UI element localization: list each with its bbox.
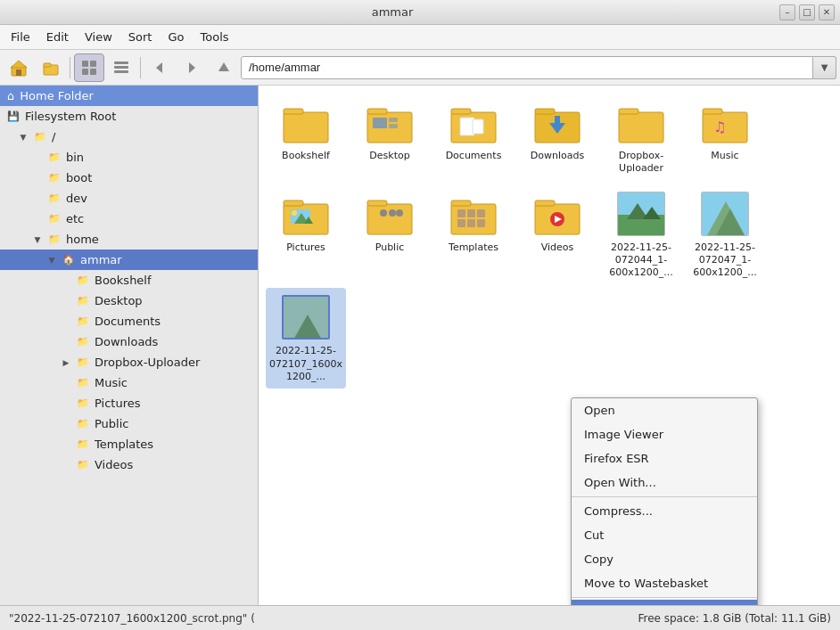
ctx-move-wastebasket[interactable]: Move to Wastebasket [572, 571, 757, 595]
svg-rect-33 [703, 109, 722, 114]
img2-icon [701, 190, 749, 238]
icon-view-button[interactable] [74, 53, 104, 82]
ctx-copy[interactable]: Copy [572, 547, 757, 571]
file-item-templates[interactable]: Templates [433, 184, 514, 285]
ctx-open-with[interactable]: Open With... [572, 470, 757, 495]
sidebar-tree-bin[interactable]: 📁 bin [0, 147, 258, 168]
desktop-label: Desktop [369, 150, 409, 162]
sidebar-tree-documents[interactable]: 📁 Documents [0, 311, 258, 331]
sidebar-tree-pictures[interactable]: 📁 Pictures [0, 393, 258, 413]
svg-rect-6 [90, 61, 96, 67]
file-item-downloads[interactable]: Downloads [517, 93, 597, 181]
ctx-copy-paths[interactable]: Copy Path(s) [572, 600, 757, 605]
ctx-firefox[interactable]: Firefox ESR [572, 446, 757, 470]
sidebar-tree-dev[interactable]: 📁 dev [0, 188, 258, 209]
expand-root-arrow: ▼ [18, 132, 29, 143]
ctx-compress[interactable]: Compress... [572, 499, 757, 523]
sidebar-item-filesystem[interactable]: 💾 Filesystem Root [0, 106, 258, 127]
menu-item-sort[interactable]: Sort [121, 28, 160, 46]
sidebar-tree-bookshelf[interactable]: 📁 Bookshelf [0, 270, 258, 290]
file-item-desktop[interactable]: Desktop [350, 93, 430, 181]
svg-rect-48 [457, 209, 465, 217]
img1-icon [617, 190, 665, 238]
forward-button[interactable] [177, 53, 207, 82]
file-item-pictures[interactable]: Pictures [266, 184, 346, 285]
sidebar-tree-public[interactable]: 📁 Public [0, 413, 258, 434]
img3-icon [282, 293, 330, 341]
ctx-image-viewer[interactable]: Image Viewer [572, 422, 757, 446]
expand-ammar-arrow: ▼ [46, 255, 57, 266]
sidebar-tree-desktop[interactable]: 📁 Desktop [0, 290, 258, 311]
sidebar-home-label: Home Folder [20, 89, 94, 102]
ctx-cut[interactable]: Cut [572, 523, 757, 547]
maximize-button[interactable]: □ [799, 4, 815, 20]
file-item-bookshelf[interactable]: Bookshelf [266, 93, 346, 181]
toolbar: ▼ [0, 50, 840, 86]
expand-dropbox-arrow: ▶ [61, 357, 71, 368]
minimize-button[interactable]: – [779, 4, 795, 20]
file-item-dropbox[interactable]: Dropbox-Uploader [601, 93, 681, 181]
desktop-icon [366, 98, 414, 146]
svg-point-43 [380, 209, 387, 217]
titlebar: ammar – □ ✕ [0, 0, 840, 25]
svg-rect-9 [114, 61, 128, 64]
svg-rect-55 [535, 200, 555, 206]
svg-rect-31 [619, 109, 638, 114]
file-item-music[interactable]: ♫ Music [685, 93, 765, 181]
public-icon [366, 190, 414, 238]
dropbox-label: Dropbox-Uploader [605, 150, 678, 176]
sidebar-tree-home[interactable]: ▼ 📁 home [0, 229, 258, 250]
file-item-public[interactable]: Public [350, 184, 430, 285]
sidebar-tree-videos[interactable]: 📁 Videos [0, 454, 258, 475]
sidebar-tree-boot[interactable]: 📁 boot [0, 168, 258, 188]
menu-item-file[interactable]: File [4, 28, 37, 46]
home-button[interactable] [4, 53, 34, 82]
music-icon: ♫ [701, 98, 749, 146]
menu-item-edit[interactable]: Edit [39, 28, 76, 46]
svg-rect-10 [114, 66, 128, 69]
sidebar-tree-music[interactable]: 📁 Music [0, 372, 258, 393]
status-left: "2022-11-25-072107_1600x1200_scrot.png" … [9, 612, 255, 625]
file-item-img1[interactable]: 2022-11-25-072044_1-600x1200_... [601, 184, 681, 285]
svg-rect-50 [477, 209, 485, 217]
sidebar: ⌂ Home Folder 💾 Filesystem Root ▼ 📁 / 📁 … [0, 86, 259, 605]
svg-marker-13 [189, 62, 195, 73]
file-item-img2[interactable]: 2022-11-25-072047_1-600x1200_... [685, 184, 765, 285]
back-button[interactable] [144, 53, 175, 82]
menu-item-tools[interactable]: Tools [194, 28, 236, 46]
sidebar-tree-etc[interactable]: 📁 etc [0, 209, 258, 229]
main-area: ⌂ Home Folder 💾 Filesystem Root ▼ 📁 / 📁 … [0, 86, 840, 605]
svg-rect-29 [555, 116, 560, 125]
list-view-button[interactable] [106, 53, 136, 82]
menu-item-go[interactable]: Go [161, 28, 191, 46]
file-item-documents[interactable]: Documents [433, 93, 514, 181]
file-item-img3[interactable]: 2022-11-25-072107_1600x1200_... [266, 288, 346, 389]
templates-label: Templates [449, 241, 498, 254]
svg-rect-16 [284, 109, 303, 114]
sidebar-tree-templates[interactable]: 📁 Templates [0, 434, 258, 454]
pictures-label: Pictures [286, 241, 325, 254]
new-folder-button[interactable] [36, 53, 66, 82]
svg-point-45 [396, 209, 403, 217]
sidebar-tree-ammar[interactable]: ▼ 🏠 ammar [0, 250, 258, 270]
menu-item-view[interactable]: View [78, 28, 119, 46]
file-item-videos[interactable]: Videos [517, 184, 597, 285]
address-bar[interactable] [241, 56, 813, 79]
sidebar-item-home[interactable]: ⌂ Home Folder [0, 86, 258, 106]
toolbar-separator-1 [70, 57, 70, 78]
videos-icon [533, 190, 581, 238]
svg-rect-42 [367, 200, 387, 206]
svg-point-40 [292, 210, 297, 216]
sidebar-tree-downloads[interactable]: 📁 Downloads [0, 331, 258, 352]
svg-rect-19 [373, 118, 387, 128]
img2-label: 2022-11-25-072047_1-600x1200_... [688, 241, 762, 280]
file-grid: Bookshelf Desktop [266, 93, 833, 389]
ctx-open[interactable]: Open [572, 398, 757, 422]
sidebar-tree-dropbox[interactable]: ▶ 📁 Dropbox-Uploader [0, 352, 258, 372]
sidebar-tree-root[interactable]: ▼ 📁 / [0, 127, 258, 147]
svg-rect-51 [457, 219, 465, 227]
address-dropdown-button[interactable]: ▼ [813, 56, 836, 79]
close-button[interactable]: ✕ [819, 4, 835, 20]
up-button[interactable] [209, 53, 239, 82]
svg-rect-36 [284, 200, 303, 206]
